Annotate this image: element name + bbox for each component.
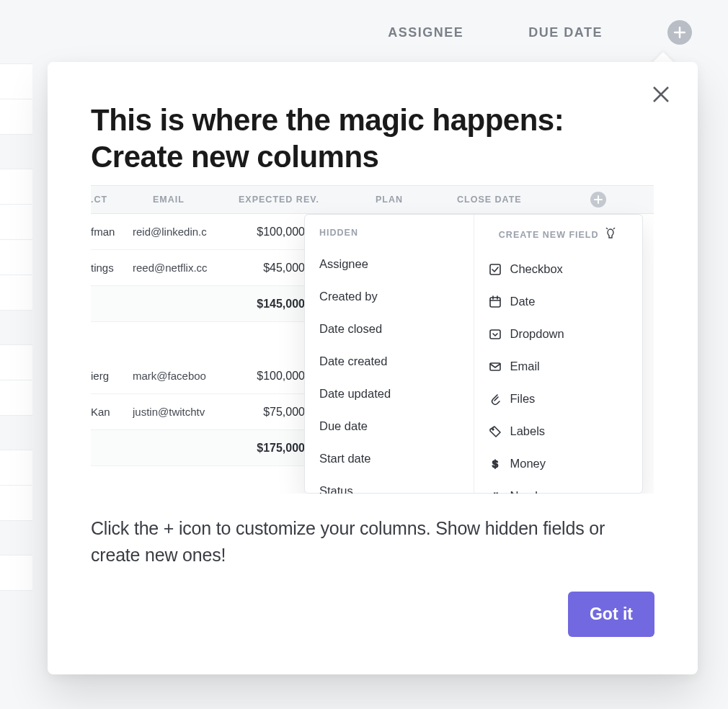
menu-item-label: Files bbox=[510, 392, 536, 406]
menu-item-label: Date updated bbox=[319, 387, 391, 401]
illus-row: Kanjustin@twitchtv$75,000 bbox=[91, 394, 307, 430]
menu-hidden-item[interactable]: Date created bbox=[305, 345, 474, 378]
menu-item-label: Due date bbox=[319, 419, 368, 433]
menu-item-label: Status bbox=[319, 484, 353, 494]
menu-item-label: Checkbox bbox=[510, 262, 563, 276]
menu-item-label: Assignee bbox=[319, 257, 368, 271]
column-menu: HIDDEN AssigneeCreated byDate closedDate… bbox=[304, 214, 643, 494]
illus-header: .CT EMAIL EXPECTED REV. PLAN CLOSE DATE bbox=[91, 185, 654, 214]
illus-cell-rev: $75,000 bbox=[246, 406, 305, 419]
menu-create-item[interactable]: Files bbox=[474, 383, 643, 415]
illus-col-plan: PLAN bbox=[376, 195, 403, 205]
illus-cell-rev: $100,000 bbox=[246, 370, 305, 383]
checkbox-icon bbox=[489, 263, 502, 276]
number-icon: # bbox=[489, 490, 502, 494]
menu-create-item[interactable]: #Number bbox=[474, 480, 643, 494]
illus-cell-contact: Kan bbox=[91, 406, 133, 418]
illus-cell-email: justin@twitchtv bbox=[133, 406, 221, 418]
menu-create-item[interactable]: $Money bbox=[474, 447, 643, 480]
menu-hidden-header: HIDDEN bbox=[305, 215, 474, 248]
dialog-title: This is where the magic happens: Create … bbox=[91, 102, 654, 175]
menu-hidden-item[interactable]: Date closed bbox=[305, 313, 474, 345]
menu-item-label: Money bbox=[510, 457, 546, 471]
illus-cell-email: reid@linkedin.c bbox=[133, 226, 221, 238]
dropdown-icon bbox=[489, 328, 502, 341]
files-icon bbox=[489, 393, 502, 406]
background-rows bbox=[0, 63, 32, 590]
menu-create-item[interactable]: Labels bbox=[474, 415, 643, 447]
menu-create-item[interactable]: Date bbox=[474, 285, 643, 318]
menu-item-label: Date bbox=[510, 295, 536, 308]
menu-create-header-label: CREATE NEW FIELD bbox=[499, 230, 599, 240]
illus-cell-contact: ierg bbox=[91, 370, 133, 382]
illus-col-email: EMAIL bbox=[153, 195, 185, 205]
svg-text:$: $ bbox=[492, 458, 498, 470]
got-it-button[interactable]: Got it bbox=[568, 592, 654, 637]
menu-hidden-item[interactable]: Assignee bbox=[305, 248, 474, 280]
cursor-icon bbox=[605, 228, 616, 243]
menu-item-label: Email bbox=[510, 360, 540, 373]
menu-hidden-item[interactable]: Status bbox=[305, 475, 474, 494]
menu-create-column: CREATE NEW FIELD CheckboxDateDropdownEma… bbox=[474, 215, 643, 493]
menu-hidden-column: HIDDEN AssigneeCreated byDate closedDate… bbox=[305, 215, 474, 493]
illus-col-rev: EXPECTED REV. bbox=[239, 195, 319, 205]
illus-col-contact: .CT bbox=[91, 195, 133, 205]
menu-hidden-item[interactable]: Due date bbox=[305, 410, 474, 442]
illus-rows: fmanreid@linkedin.c$100,000tingsreed@net… bbox=[91, 214, 307, 466]
column-due-date[interactable]: DUE DATE bbox=[528, 25, 603, 40]
onboarding-dialog: This is where the magic happens: Create … bbox=[48, 62, 698, 674]
svg-point-4 bbox=[492, 429, 493, 430]
menu-hidden-item[interactable]: Date updated bbox=[305, 378, 474, 410]
illus-cell-rev: $175,000 bbox=[246, 442, 305, 455]
svg-text:#: # bbox=[492, 490, 498, 494]
close-button[interactable] bbox=[649, 82, 673, 107]
illus-cell-email: reed@netflix.cc bbox=[133, 262, 221, 274]
illustration: .CT EMAIL EXPECTED REV. PLAN CLOSE DATE … bbox=[91, 185, 654, 494]
illus-row: tingsreed@netflix.cc$45,000 bbox=[91, 250, 307, 286]
date-icon bbox=[489, 295, 502, 308]
menu-item-label: Date created bbox=[319, 354, 387, 368]
illus-cell-email: mark@faceboo bbox=[133, 370, 221, 382]
menu-item-label: Created by bbox=[319, 290, 378, 303]
illus-row: fmanreid@linkedin.c$100,000 bbox=[91, 214, 307, 250]
illus-add-column-icon bbox=[590, 192, 606, 208]
page-column-header: ASSIGNEE DUE DATE bbox=[0, 0, 728, 65]
svg-rect-2 bbox=[490, 330, 500, 339]
illus-total-row: $145,000 bbox=[91, 286, 307, 322]
email-icon bbox=[489, 360, 502, 373]
menu-item-label: Labels bbox=[510, 424, 546, 438]
labels-icon bbox=[489, 425, 502, 438]
menu-hidden-item[interactable]: Created by bbox=[305, 280, 474, 313]
illus-total-row: $175,000 bbox=[91, 430, 307, 466]
illus-col-close-date: CLOSE DATE bbox=[457, 195, 522, 205]
column-assignee[interactable]: ASSIGNEE bbox=[388, 25, 463, 40]
dialog-description: Click the + icon to customize your colum… bbox=[91, 515, 654, 568]
menu-item-label: Date closed bbox=[319, 322, 382, 336]
menu-create-item[interactable]: Checkbox bbox=[474, 253, 643, 285]
illus-cell-rev: $145,000 bbox=[246, 298, 305, 311]
svg-rect-1 bbox=[490, 298, 500, 307]
menu-create-item[interactable]: Dropdown bbox=[474, 318, 643, 350]
svg-rect-3 bbox=[490, 363, 500, 370]
illus-cell-rev: $100,000 bbox=[246, 226, 305, 238]
menu-create-item[interactable]: Email bbox=[474, 350, 643, 383]
svg-rect-0 bbox=[490, 264, 500, 275]
menu-item-label: Dropdown bbox=[510, 327, 564, 341]
illus-cell-rev: $45,000 bbox=[246, 262, 305, 275]
illus-cell-contact: tings bbox=[91, 262, 133, 274]
illus-row: iergmark@faceboo$100,000 bbox=[91, 358, 307, 394]
close-icon bbox=[651, 84, 671, 104]
menu-item-label: Number bbox=[510, 489, 553, 494]
money-icon: $ bbox=[489, 458, 502, 471]
illus-row bbox=[91, 322, 307, 358]
illus-cell-contact: fman bbox=[91, 226, 133, 238]
menu-create-header: CREATE NEW FIELD bbox=[474, 215, 643, 253]
add-column-button[interactable] bbox=[667, 20, 692, 45]
menu-item-label: Start date bbox=[319, 452, 371, 465]
menu-hidden-item[interactable]: Start date bbox=[305, 442, 474, 475]
